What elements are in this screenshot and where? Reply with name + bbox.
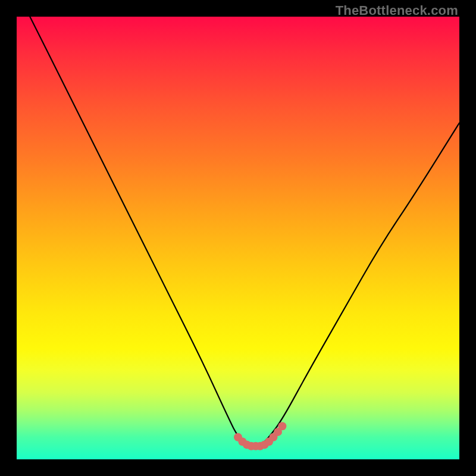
marker-dot: [234, 433, 242, 441]
chart-frame: TheBottleneck.com: [0, 0, 476, 476]
marker-dot: [261, 440, 269, 449]
marker-dot: [243, 440, 251, 449]
plot-area: [17, 17, 459, 459]
bottleneck-curve: [30, 17, 459, 446]
marker-dot: [265, 437, 273, 446]
optimal-range-marker: [234, 422, 286, 450]
marker-dot: [270, 433, 278, 441]
marker-dot: [252, 442, 260, 450]
marker-dot: [238, 437, 246, 446]
marker-dot: [247, 442, 255, 450]
marker-dot: [274, 428, 282, 436]
watermark-text: TheBottleneck.com: [336, 3, 458, 18]
marker-dot: [278, 422, 286, 430]
marker-dot: [256, 442, 264, 450]
chart-svg: [17, 17, 459, 459]
